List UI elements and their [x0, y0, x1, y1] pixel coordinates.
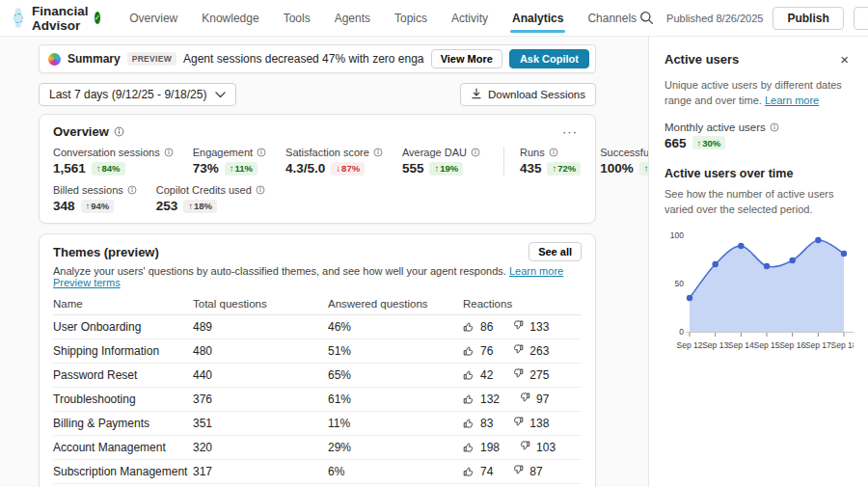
column-header-reactions: Reactions — [463, 298, 512, 310]
delta-value: 87% — [341, 163, 360, 174]
nav-item[interactable]: Analytics — [512, 0, 563, 36]
metric-value: 1,561 — [53, 161, 86, 176]
nav-item[interactable]: Topics — [394, 0, 427, 36]
delta-value: 94% — [91, 201, 109, 211]
theme-answered: 46% — [328, 320, 463, 334]
download-sessions-button[interactable]: Download Sessions — [460, 83, 596, 106]
nav-item[interactable]: Agents — [335, 0, 370, 36]
metric: Billed sessions 348 ↑94% — [53, 184, 137, 213]
search-icon[interactable] — [637, 8, 657, 28]
x-tick-label: Sep 14 — [728, 340, 754, 350]
x-tick-label: Sep 13 — [702, 340, 728, 350]
theme-reactions: 86 133 — [463, 320, 582, 335]
thumbs-up-value: 198 — [480, 441, 500, 454]
x-tick-label: Sep 12 — [677, 340, 703, 350]
thumbs-down-value: 97 — [536, 392, 549, 406]
thumbs-up-icon — [463, 417, 475, 431]
x-tick-label: Sep 17 — [805, 340, 831, 350]
thumbs-up-count: 42 — [463, 368, 493, 383]
info-icon[interactable] — [471, 148, 480, 157]
metric-delta-badge: ↑94% — [81, 200, 115, 213]
metric-delta-badge: ↓87% — [331, 162, 365, 176]
metric: Average DAU 555 ↑19% — [402, 147, 480, 176]
theme-reactions: 42 275 — [463, 368, 582, 383]
preview-badge: PREVIEW — [127, 52, 176, 66]
learn-more-link[interactable]: Learn more — [509, 265, 563, 277]
info-icon[interactable] — [164, 148, 174, 157]
trend-arrow-icon: ↑ — [96, 163, 101, 174]
thumbs-up-icon — [463, 441, 475, 455]
copilot-icon — [48, 53, 61, 66]
thumbs-up-count: 74 — [463, 465, 493, 479]
overview-title: Overview — [53, 124, 109, 139]
thumbs-down-icon — [512, 320, 524, 335]
view-more-button[interactable]: View More — [431, 49, 502, 68]
publish-button[interactable]: Publish — [773, 7, 843, 30]
theme-name: Account Management — [53, 441, 193, 454]
info-icon[interactable] — [114, 126, 124, 137]
overview-more-icon[interactable]: ··· — [558, 122, 582, 141]
thumbs-down-count: 103 — [519, 441, 556, 455]
thumbs-up-value: 74 — [480, 465, 493, 478]
trend-arrow-icon: ↓ — [336, 163, 340, 174]
theme-answered: 29% — [328, 441, 463, 454]
theme-total: 317 — [193, 465, 328, 478]
metric-label: Conversation sessions — [53, 147, 160, 158]
nav-item[interactable]: Tools — [284, 0, 311, 36]
chart-point — [712, 261, 718, 267]
summary-text: Agent sessions decreased 47% with zero e… — [183, 52, 424, 66]
thumbs-down-icon — [512, 465, 524, 479]
trend-arrow-icon: ↑ — [434, 163, 439, 174]
metric-value: 348 — [53, 199, 75, 213]
metric-value: 555 — [402, 161, 424, 176]
table-row: Shipping Information 480 51% 76 — [53, 339, 582, 364]
info-icon[interactable] — [373, 148, 383, 157]
thumbs-down-value: 275 — [529, 368, 549, 382]
thumbs-down-count: 87 — [512, 465, 542, 479]
theme-reactions: 132 97 — [463, 392, 582, 407]
theme-answered: 11% — [328, 417, 463, 430]
trend-arrow-icon: ↑ — [86, 201, 91, 211]
info-icon[interactable] — [549, 148, 558, 157]
metric: Successful runs 100% ↑91% — [600, 147, 648, 176]
theme-answered: 65% — [328, 368, 463, 382]
table-row: Troubleshooting 376 61% 132 — [53, 388, 582, 412]
thumbs-up-count: 132 — [463, 392, 500, 407]
thumbs-down-value: 87 — [529, 465, 542, 478]
thumbs-up-icon — [463, 320, 475, 335]
nav-item[interactable]: Channels — [587, 0, 637, 36]
date-range-dropdown[interactable]: Last 7 days (9/12/25 - 9/18/25) — [39, 83, 236, 106]
y-tick-label: 100 — [670, 230, 684, 240]
nav-item[interactable]: Knowledge — [202, 0, 258, 36]
close-icon[interactable]: × — [836, 50, 853, 68]
theme-reactions: 74 87 — [463, 465, 582, 479]
agent-name: Financial Advisor — [32, 4, 89, 33]
ask-copilot-button[interactable]: Ask Copilot — [509, 49, 589, 68]
settings-button[interactable]: Settings — [854, 7, 868, 30]
column-header-total: Total questions — [193, 298, 328, 310]
metric: Copilot Credits used 253 ↑18% — [156, 184, 265, 213]
panel-description: Unique active users by different dates r… — [665, 78, 853, 109]
theme-name: Password Reset — [53, 368, 193, 382]
theme-reactions: 76 263 — [463, 344, 582, 359]
see-all-button[interactable]: See all — [529, 242, 582, 261]
info-icon[interactable] — [256, 185, 265, 195]
info-icon[interactable] — [257, 148, 266, 157]
themes-table-header: Name Total questions Answered questions … — [53, 292, 582, 315]
nav-item[interactable]: Overview — [129, 0, 177, 36]
preview-terms-link[interactable]: Preview terms — [53, 277, 121, 288]
themes-title: Themes (preview) — [53, 245, 159, 259]
chart-point — [789, 257, 795, 263]
info-icon[interactable] — [127, 185, 137, 195]
info-icon[interactable] — [770, 122, 779, 132]
nav-item[interactable]: Activity — [451, 0, 488, 36]
thumbs-down-count: 138 — [512, 417, 549, 431]
theme-name: Shipping Information — [53, 344, 193, 358]
chart-container: Sep 12Sep 13Sep 14Sep 15Sep 16Sep 17Sep … — [665, 226, 854, 363]
delta-value: 19% — [440, 163, 458, 174]
theme-total: 489 — [193, 320, 328, 334]
agent-avatar-icon — [14, 8, 23, 29]
metric: Satisfaction score 4.3/5.0 ↓87% — [285, 147, 383, 176]
metric-delta-badge: ↑11% — [225, 162, 258, 176]
panel-learn-more-link[interactable]: Learn more — [765, 95, 819, 106]
